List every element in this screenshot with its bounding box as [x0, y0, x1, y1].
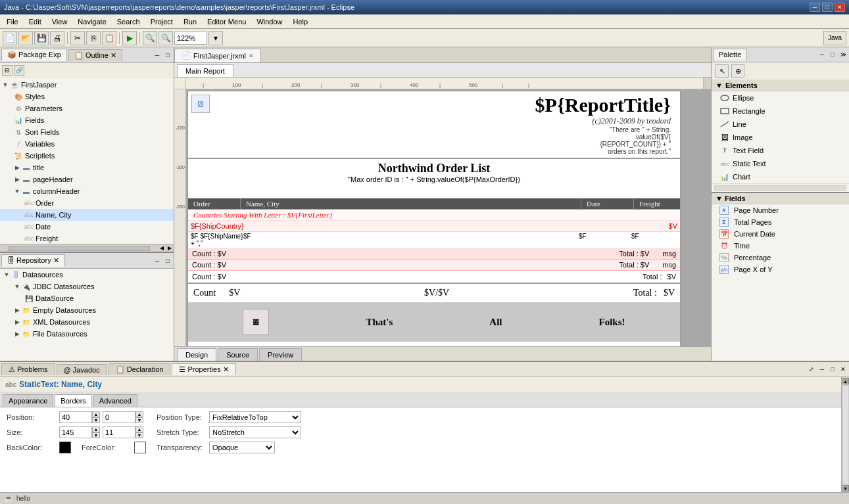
tb-new[interactable]: 📄 — [3, 31, 17, 45]
tree-item-parameters[interactable]: ⚙ Parameters — [0, 103, 174, 114]
forecolor-swatch[interactable] — [134, 442, 146, 453]
size-w-input[interactable] — [59, 426, 92, 438]
repo-item-datasource[interactable]: 💾 DataSource — [0, 292, 174, 304]
props-tab-appearance[interactable]: Appearance — [3, 394, 53, 407]
tab-main-report[interactable]: Main Report — [177, 64, 233, 77]
tree-item-variables[interactable]: 𝑓 Variables — [0, 138, 174, 150]
palette-line[interactable]: Line — [712, 118, 849, 131]
palette-image[interactable]: 🖼 Image — [712, 131, 849, 144]
tree-item-pageheader[interactable]: ▶ ▬ pageHeader — [0, 173, 174, 185]
position-y-input[interactable] — [103, 411, 135, 423]
tab-outline[interactable]: 📋 Outline ✕ — [68, 49, 122, 61]
palette-expand[interactable]: ≫ — [838, 50, 848, 59]
palette-statictext[interactable]: abc Static Text — [712, 157, 849, 170]
tree-item-columnheader[interactable]: ▼ ▬ columnHeader — [0, 185, 174, 197]
tb-paste[interactable]: 📋 — [102, 31, 116, 45]
position-x-down[interactable]: ▼ — [92, 417, 100, 423]
left-panel-maximize[interactable]: □ — [163, 51, 172, 60]
stretchtype-select[interactable]: NoStretch — [209, 426, 301, 438]
tree-item-fields[interactable]: 📊 Fields — [0, 114, 174, 126]
properties-scrollbar[interactable]: ▲ ▼ — [841, 377, 849, 492]
size-h-input[interactable] — [103, 426, 135, 438]
menu-run[interactable]: Run — [178, 16, 202, 27]
field-currentdate[interactable]: 📅 Current Date — [712, 228, 849, 240]
tb-open[interactable]: 📂 — [18, 31, 33, 45]
bottom-min[interactable]: ─ — [817, 365, 827, 374]
field-time[interactable]: ⏰ Time — [712, 240, 849, 252]
tab-properties[interactable]: ☰ Properties ✕ — [172, 363, 235, 375]
tab-declaration[interactable]: 📋 Declaration — [109, 363, 171, 375]
menu-edit[interactable]: Edit — [24, 16, 47, 27]
field-pagenumber[interactable]: # Page Number — [712, 204, 849, 216]
menu-project[interactable]: Project — [145, 16, 178, 27]
repo-item-xml[interactable]: ▶ 📁 XML Datasources — [0, 316, 174, 328]
palette-chart[interactable]: 📊 Chart — [712, 170, 849, 183]
menu-help[interactable]: Help — [288, 16, 314, 27]
tab-palette[interactable]: Palette — [713, 49, 747, 60]
bottom-max[interactable]: □ — [828, 365, 837, 374]
tb-zoom-in[interactable]: 🔍 — [158, 31, 173, 45]
palette-min[interactable]: ─ — [817, 50, 827, 59]
menu-editor[interactable]: Editor Menu — [202, 16, 251, 27]
field-percentage[interactable]: % Percentage — [712, 252, 849, 263]
props-tab-borders[interactable]: Borders — [55, 394, 92, 407]
bottom-close[interactable]: ✕ — [838, 365, 848, 374]
backcolor-swatch[interactable] — [59, 442, 71, 453]
fields-header[interactable]: ▼ Fields — [712, 192, 849, 204]
tree-item-title[interactable]: ▶ ▬ title — [0, 162, 174, 173]
repo-item-file[interactable]: ▶ 📁 File Datasources — [0, 328, 174, 340]
select-tool[interactable]: ↖ — [716, 64, 729, 78]
tab-firstjasper-close[interactable]: ✕ — [249, 53, 254, 59]
left-panel-minimize[interactable]: ─ — [153, 51, 162, 60]
tb-print[interactable]: 🖨 — [50, 31, 64, 45]
tree-item-freight[interactable]: abc Freight — [0, 233, 174, 244]
position-y-down[interactable]: ▼ — [135, 417, 143, 423]
tree-item-date[interactable]: abc Date — [0, 221, 174, 233]
close-button[interactable]: ✕ — [835, 3, 845, 12]
tab-preview[interactable]: Preview — [259, 348, 302, 361]
tab-design[interactable]: Design — [177, 348, 216, 361]
scroll-down-btn[interactable]: ▼ — [842, 485, 849, 492]
tb-copy[interactable]: ⎘ — [86, 31, 101, 45]
repo-item-datasources[interactable]: ▼ 🗄 Datasources — [0, 269, 174, 281]
size-h-up[interactable]: ▲ — [135, 426, 143, 432]
tree-hscroll[interactable]: ◀ ▶ — [0, 244, 174, 252]
repo-maximize[interactable]: □ — [163, 256, 172, 265]
pointer-tool[interactable]: ⊕ — [731, 64, 744, 78]
scroll-up-btn[interactable]: ▲ — [842, 378, 849, 384]
tab-javadoc[interactable]: @ Javadoc — [57, 364, 107, 375]
position-y-up[interactable]: ▲ — [135, 411, 143, 417]
tb-zoom-dropdown[interactable]: ▾ — [208, 31, 223, 45]
tab-repository[interactable]: 🗄 Repository ✕ — [1, 254, 65, 267]
size-w-down[interactable]: ▼ — [92, 432, 100, 438]
canvas-scroll-area[interactable]: | 100 | 200 | 300 | 400 | 500 | | — [174, 78, 711, 346]
tree-collapse-all[interactable]: ⊟ — [2, 65, 12, 76]
tb-save[interactable]: 💾 — [34, 31, 49, 45]
position-x-input[interactable] — [59, 411, 92, 423]
tb-cut[interactable]: ✂ — [70, 31, 85, 45]
palette-textfield[interactable]: T Text Field — [712, 144, 849, 157]
bottom-btn1[interactable]: ⤢ — [807, 365, 816, 374]
palette-ellipse[interactable]: Ellipse — [712, 91, 849, 104]
tb-run[interactable]: ▶ — [122, 31, 137, 45]
tab-source[interactable]: Source — [218, 348, 258, 361]
zoom-input[interactable] — [174, 32, 207, 45]
tree-link-editor[interactable]: 🔗 — [14, 65, 24, 76]
menu-window[interactable]: Window — [251, 16, 287, 27]
repo-item-empty[interactable]: ▶ 📁 Empty Datasources — [0, 304, 174, 316]
position-x-up[interactable]: ▲ — [92, 411, 100, 417]
elements-header[interactable]: ▼ Elements — [712, 80, 849, 91]
tab-package-explorer[interactable]: 📦 Package Exp — [1, 49, 67, 61]
palette-max[interactable]: □ — [828, 50, 837, 59]
tree-item-firstjasper[interactable]: ▼ ☕ FirstJasper — [0, 79, 174, 91]
size-h-down[interactable]: ▼ — [135, 432, 143, 438]
positiontype-select[interactable]: FixRelativeToTop — [209, 411, 301, 423]
props-tab-advanced[interactable]: Advanced — [93, 394, 137, 407]
size-w-up[interactable]: ▲ — [92, 426, 100, 432]
repo-item-jdbc[interactable]: ▼ 🔌 JDBC Datasources — [0, 281, 174, 292]
tree-item-scriptlets[interactable]: 📜 Scriptlets — [0, 150, 174, 162]
tree-item-sortfields[interactable]: ⇅ Sort Fields — [0, 126, 174, 138]
menu-view[interactable]: View — [47, 16, 73, 27]
repo-minimize[interactable]: ─ — [153, 256, 162, 265]
tree-item-namecity[interactable]: abc Name, City — [0, 209, 174, 221]
